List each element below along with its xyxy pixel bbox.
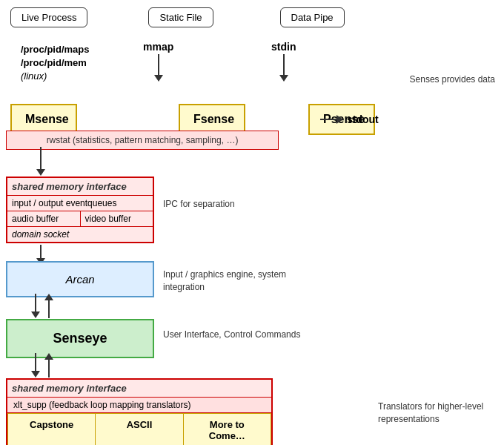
smi1-eventqueues: input / output eventqueues [7, 196, 153, 211]
more-to-come-box: More to Come… [184, 413, 271, 445]
smi1-domain-socket: domain socket [7, 227, 153, 242]
senseye-to-smi2-arrow [31, 353, 40, 378]
stdout-label: stdout [347, 113, 379, 125]
smi2-to-senseye-arrow [44, 353, 53, 378]
senseye-name: Senseye [53, 331, 107, 346]
ipc-label: IPC for separation [163, 199, 235, 209]
diagram: Live Process Static File Data Pipe /proc… [0, 0, 504, 445]
live-process-label: Live Process [10, 7, 87, 27]
xlt-bar: xlt_supp (feedback loop mapping translat… [7, 398, 271, 413]
translators-label: Translators for higher-level representat… [378, 400, 497, 426]
stdout-arrow [320, 115, 343, 124]
stdout-container: stdout [320, 113, 379, 125]
smi1-title: shared memory interface [7, 178, 153, 196]
data-pipe-label: Data Pipe [280, 7, 345, 27]
arcan-block: Arcan [6, 261, 154, 297]
arcan-name: Arcan [65, 273, 94, 286]
senseye-to-arcan-arrowhead [44, 294, 53, 300]
smi1-block: shared memory interface input / output e… [6, 177, 154, 243]
smi2-block: shared memory interface xlt_supp (feedba… [6, 378, 273, 445]
smi1-buffer-row: audio buffer video buffer [7, 211, 153, 227]
senseye-smi2-arrows [31, 353, 53, 378]
mmap-arrowhead [154, 75, 163, 82]
rwstat-to-smi-arrowhead [36, 169, 45, 176]
senseye-to-arcan-arrow [44, 294, 53, 318]
smi1-audio-buffer: audio buffer [7, 211, 81, 226]
smi2-boxes-row: Capstone ASCII More to Come… [7, 413, 271, 445]
smi1-video-buffer: video buffer [81, 211, 153, 226]
arcan-label: Input / graphics engine, system integrat… [163, 268, 326, 294]
smi2-to-senseye-arrowhead [44, 353, 53, 360]
ascii-box: ASCII [96, 413, 183, 445]
smi2-title: shared memory interface [7, 380, 271, 398]
mmap-arrow [143, 54, 173, 82]
mmap-arrow-container: mmap [143, 41, 173, 82]
arcan-to-senseye-arrow [31, 294, 40, 318]
mmap-label: mmap [143, 41, 173, 53]
senseye-label: User Interface, Control Commands [163, 329, 300, 340]
senseye-block: Senseye [6, 319, 154, 358]
arcan-senseye-arrows [31, 294, 53, 318]
stdin-arrow-container: stdin [271, 41, 296, 82]
senseye-to-smi2-arrowhead [31, 371, 40, 378]
senses-provides-label: Senses provides data [410, 74, 495, 85]
rwstat-to-smi-arrow [36, 147, 45, 176]
stdin-arrowhead [279, 75, 288, 82]
static-file-label: Static File [148, 7, 213, 27]
arcan-to-senseye-arrowhead [31, 312, 40, 318]
rwstat-bar: rwstat (statistics, pattern matching, sa… [6, 131, 279, 150]
proc-info: /proc/pid/maps /proc/pid/mem (linux) [21, 43, 89, 84]
stdin-arrow [271, 54, 296, 82]
capstone-box: Capstone [7, 413, 96, 445]
stdin-label: stdin [271, 41, 296, 53]
